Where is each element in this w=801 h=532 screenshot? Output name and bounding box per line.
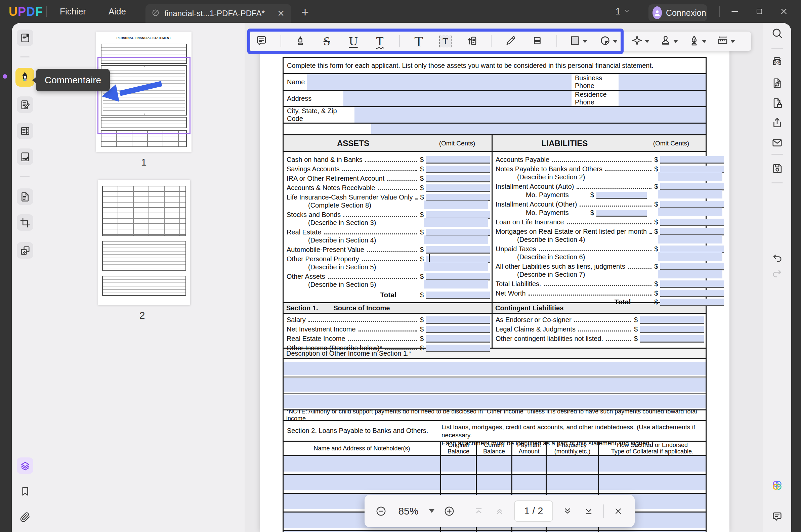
table-cell-input[interactable]: [547, 475, 599, 493]
money-input-field[interactable]: [660, 228, 724, 235]
money-input-field[interactable]: [640, 316, 704, 324]
pencil-tool[interactable]: [503, 33, 518, 50]
dropdown-caret-icon[interactable]: [730, 40, 735, 43]
money-input-field[interactable]: [658, 252, 722, 261]
money-input-field[interactable]: [660, 156, 724, 164]
sticker-tool[interactable]: [599, 33, 617, 50]
new-tab-button[interactable]: +: [298, 5, 313, 19]
page-indicator-input[interactable]: 1 / 2: [514, 500, 553, 522]
tab-close-icon[interactable]: ✕: [276, 8, 286, 19]
underline-tool[interactable]: U: [346, 33, 361, 50]
menu-fichier[interactable]: Fichier: [54, 0, 92, 23]
window-maximize-button[interactable]: [752, 5, 767, 18]
money-input-field[interactable]: [424, 201, 488, 209]
money-input-field[interactable]: [640, 326, 704, 333]
address-input-field[interactable]: [343, 91, 572, 106]
undo-button[interactable]: [771, 251, 784, 264]
sidebar-organize[interactable]: [17, 122, 33, 139]
squiggly-tool[interactable]: T: [373, 33, 387, 50]
sidebar-comment[interactable]: [16, 68, 34, 87]
dropdown-caret-icon[interactable]: [583, 40, 587, 43]
highlight-tool[interactable]: [293, 33, 308, 50]
sidebar-bookmark[interactable]: [17, 483, 33, 499]
shape-tool[interactable]: [569, 33, 587, 50]
total-input-field[interactable]: [660, 299, 724, 306]
table-cell-input[interactable]: [513, 456, 547, 474]
sidebar-edit[interactable]: [17, 96, 33, 113]
dropdown-caret-icon[interactable]: [673, 40, 678, 43]
close-zoombar-button[interactable]: [612, 503, 625, 519]
last-page-button[interactable]: [582, 503, 595, 519]
money-input-field[interactable]: [426, 345, 490, 352]
money-input-field[interactable]: [426, 229, 490, 236]
money-input-field[interactable]: [424, 280, 488, 288]
tab-count-dropdown[interactable]: 1: [616, 0, 631, 23]
zoom-out-button[interactable]: [375, 503, 387, 519]
description-input-row[interactable]: [284, 378, 706, 392]
stamp-tool[interactable]: [659, 33, 678, 50]
measure-tool[interactable]: [717, 33, 735, 50]
money-input-field[interactable]: [660, 201, 724, 208]
residence-phone-input-field[interactable]: [618, 91, 706, 106]
sidebar-crop[interactable]: [17, 214, 33, 231]
text-tool[interactable]: T: [411, 33, 426, 50]
dropdown-caret-icon[interactable]: [613, 40, 617, 43]
money-input-field[interactable]: [660, 263, 724, 270]
sidebar-attachment[interactable]: [17, 509, 33, 525]
mail-button[interactable]: [771, 136, 784, 149]
mo-payments-input-field[interactable]: [596, 210, 647, 216]
thumbnail-page-2[interactable]: [98, 180, 190, 305]
money-input-field[interactable]: [640, 335, 704, 343]
eraser-tool[interactable]: [530, 33, 545, 50]
dropdown-caret-icon[interactable]: [702, 40, 707, 43]
table-cell-input[interactable]: [547, 456, 599, 474]
table-cell-input[interactable]: [513, 475, 547, 493]
money-input-field[interactable]: [660, 281, 724, 288]
updf-ai-button[interactable]: [771, 479, 784, 492]
money-input-field[interactable]: [426, 246, 490, 253]
description-input-row[interactable]: [284, 362, 706, 375]
money-input-field[interactable]: [426, 335, 490, 343]
zoom-in-button[interactable]: [443, 503, 455, 519]
money-input-field[interactable]: [426, 156, 490, 164]
money-input-field[interactable]: [426, 211, 490, 218]
money-input-field[interactable]: [658, 235, 722, 244]
ocr-button[interactable]: OCR: [771, 56, 784, 69]
money-input-field[interactable]: [426, 166, 490, 173]
money-input-field[interactable]: [424, 235, 488, 244]
money-input-field[interactable]: [658, 172, 722, 181]
previous-page-button[interactable]: [493, 503, 506, 519]
textbox-tool[interactable]: T: [438, 33, 452, 50]
sidebar-pages[interactable]: [17, 188, 33, 205]
table-cell-input[interactable]: [284, 456, 441, 474]
next-page-button[interactable]: [561, 503, 574, 519]
zoom-dropdown-caret[interactable]: [429, 509, 434, 513]
name-input-field[interactable]: [307, 74, 572, 90]
sidebar-layers[interactable]: [17, 457, 33, 474]
save-button[interactable]: [771, 162, 784, 175]
table-cell-input[interactable]: [599, 456, 706, 474]
money-input-field[interactable]: [424, 262, 488, 271]
table-cell-input[interactable]: [477, 456, 513, 474]
table-cell-input[interactable]: [284, 475, 441, 493]
business-phone-input-field[interactable]: [618, 74, 706, 90]
money-input-field[interactable]: [658, 208, 722, 216]
mo-payments-input-field[interactable]: [596, 192, 647, 199]
money-input-field[interactable]: [660, 246, 724, 253]
money-input-field[interactable]: [426, 194, 490, 201]
document-tab[interactable]: financial-st...1-PDFA-PDFA* ✕: [146, 4, 291, 23]
money-input-field[interactable]: [660, 218, 724, 226]
table-cell-input[interactable]: [441, 475, 477, 493]
window-minimize-button[interactable]: [727, 5, 742, 18]
sidebar-reader[interactable]: [17, 30, 33, 46]
feedback-chat-button[interactable]: [771, 510, 784, 523]
menu-aide[interactable]: Aide: [103, 0, 132, 23]
sidebar-watermark[interactable]: [17, 242, 33, 259]
account-button[interactable]: Connexion: [649, 4, 707, 21]
strikethrough-tool[interactable]: S: [319, 33, 334, 50]
share-button[interactable]: [771, 116, 784, 129]
convert-button[interactable]: [771, 77, 784, 90]
money-input-field[interactable]: [426, 326, 490, 333]
money-input-field[interactable]: [426, 255, 490, 263]
money-input-field[interactable]: [658, 190, 722, 198]
